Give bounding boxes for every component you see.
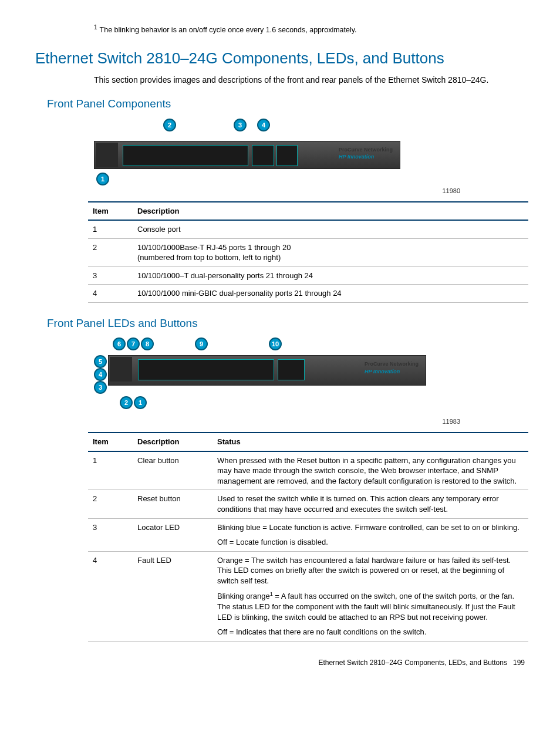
table-row: 210/100/1000Base-T RJ-45 ports 1 through… (88, 238, 528, 266)
callout-6: 6 (113, 337, 126, 350)
heading-fpc: Front Panel Components (47, 96, 525, 112)
callout-2b: 2 (120, 396, 133, 409)
callout-5: 5 (94, 355, 107, 368)
table-fpc: Item Description 1Console port 210/100/1… (88, 201, 528, 303)
callout-8: 8 (141, 337, 154, 350)
callout-4b: 4 (94, 368, 107, 381)
callout-3: 3 (234, 119, 247, 131)
callout-3b: 3 (94, 381, 107, 394)
table-row: 2 Reset button Used to reset the switch … (88, 490, 528, 518)
table-row: 1Console port (88, 220, 528, 238)
table-row: 3 Locator LED Blinking blue = Locate fun… (88, 518, 528, 551)
callout-2: 2 (163, 119, 176, 131)
switch-chassis-2: ProCurve NetworkingHP Innovation (108, 355, 426, 386)
callout-10: 10 (269, 337, 282, 350)
callout-7: 7 (127, 337, 140, 350)
heading-fplb: Front Panel LEDs and Buttons (47, 316, 525, 331)
page-title: Ethernet Switch 2810–24G Components, LED… (35, 48, 525, 69)
callout-4: 4 (257, 119, 270, 131)
footnote-top: 1The blinking behavior is an on/off cycl… (94, 23, 525, 35)
table-row: 310/100/1000–T dual-personality ports 21… (88, 266, 528, 285)
table-row: 1 Clear button When pressed with the Res… (88, 451, 528, 490)
th-desc: Description (133, 433, 212, 451)
intro-paragraph: This section provides images and descrip… (94, 75, 525, 86)
callout-9: 9 (195, 337, 208, 350)
th-desc: Description (133, 202, 528, 221)
page-number: 199 (513, 659, 525, 667)
figure-front-panel-components: 2 3 4 1 ProCurve NetworkingHP Innovation (94, 119, 525, 183)
footer-text: Ethernet Switch 2810–24G Components, LED… (318, 659, 507, 667)
th-item: Item (88, 202, 133, 221)
callout-1: 1 (96, 173, 109, 185)
table-row: 410/100/1000 mini-GBIC dual-personality … (88, 285, 528, 303)
figure-id-fplb: 11983 (35, 417, 460, 426)
callout-1b: 1 (134, 396, 147, 409)
figure-id-fpc: 11980 (35, 187, 460, 195)
switch-chassis: ProCurve NetworkingHP Innovation (94, 141, 400, 169)
footnote-text: The blinking behavior is an on/off cycle… (100, 26, 357, 34)
table-row: 4 Fault LED Orange = The switch has enco… (88, 551, 528, 641)
figure-front-panel-leds: 6 7 8 9 10 5 4 3 2 1 ProCurve Networking… (94, 337, 525, 414)
th-status: Status (212, 433, 528, 451)
page-footer: Ethernet Switch 2810–24G Components, LED… (35, 658, 525, 667)
th-item: Item (88, 433, 133, 451)
table-fplb: Item Description Status 1 Clear button W… (88, 432, 528, 642)
